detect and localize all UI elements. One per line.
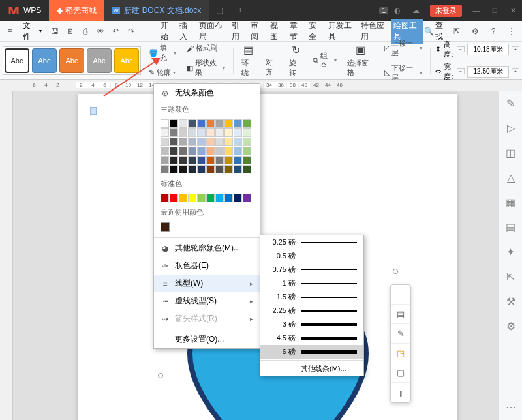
color-swatch[interactable] bbox=[197, 194, 206, 202]
weight-option[interactable]: 1.5 磅 bbox=[260, 290, 363, 304]
menu-hamburger-icon[interactable]: ≡ bbox=[3, 23, 16, 39]
sb-settings-icon[interactable]: ⚙ bbox=[504, 320, 517, 333]
save-icon[interactable]: 🖫 bbox=[48, 23, 62, 39]
color-swatch[interactable] bbox=[197, 165, 206, 173]
weight-option[interactable]: 4.5 磅 bbox=[260, 331, 363, 345]
color-swatch[interactable] bbox=[197, 147, 206, 155]
align-button[interactable]: ⫞对齐 bbox=[263, 42, 281, 78]
color-swatch[interactable] bbox=[243, 138, 251, 146]
save-as-icon[interactable]: 🗎 bbox=[63, 23, 77, 39]
wrap-button[interactable]: ▤环绕 bbox=[239, 42, 257, 79]
group-button[interactable]: ⧉组合▾ bbox=[311, 50, 340, 72]
menu-tab[interactable]: 审阅 bbox=[248, 19, 267, 44]
color-swatch[interactable] bbox=[206, 156, 215, 164]
color-swatch[interactable] bbox=[197, 119, 206, 128]
color-swatch[interactable] bbox=[224, 147, 233, 155]
color-swatch[interactable] bbox=[179, 119, 187, 128]
color-swatch[interactable] bbox=[224, 194, 233, 202]
color-swatch[interactable] bbox=[206, 194, 215, 202]
color-swatch[interactable] bbox=[234, 165, 242, 173]
login-button[interactable]: 未登录 bbox=[430, 5, 462, 17]
weight-option[interactable]: 3 磅 bbox=[260, 318, 363, 331]
sb-calendar-icon[interactable]: ▤ bbox=[504, 220, 517, 233]
format-painter-button[interactable]: 🖌格式刷 bbox=[184, 42, 228, 54]
more-icon[interactable]: ⋮ bbox=[504, 23, 519, 39]
menu-tab[interactable]: 开始 bbox=[158, 19, 177, 44]
bring-forward-button[interactable]: ◸上移一层▾ bbox=[382, 37, 424, 59]
menu-tab[interactable]: 插入 bbox=[177, 19, 196, 44]
weight-option[interactable]: 0.5 磅 bbox=[260, 249, 363, 263]
color-swatch[interactable] bbox=[243, 156, 251, 164]
float-edit-icon[interactable]: ✎ bbox=[391, 324, 410, 344]
color-swatch[interactable] bbox=[179, 165, 187, 173]
color-swatch[interactable] bbox=[188, 156, 196, 164]
cloud-icon[interactable]: ☁ bbox=[407, 0, 425, 21]
redo-icon[interactable]: ↷ bbox=[124, 23, 138, 39]
color-swatch[interactable] bbox=[188, 138, 196, 146]
color-swatch[interactable] bbox=[197, 128, 206, 137]
color-swatch[interactable] bbox=[243, 128, 251, 137]
color-swatch[interactable] bbox=[206, 147, 215, 155]
resize-handle-w[interactable] bbox=[158, 373, 163, 378]
float-text-wrap-icon[interactable]: ▤ bbox=[391, 305, 410, 324]
height-decrement[interactable]: − bbox=[457, 46, 465, 52]
line-weight-item[interactable]: ≡ 线型(W) ▸ bbox=[154, 275, 260, 292]
horizontal-ruler[interactable]: 6422468101214161820222426283032343638404… bbox=[0, 80, 522, 91]
color-swatch[interactable] bbox=[234, 156, 242, 164]
weight-option[interactable]: 0.75 磅 bbox=[260, 263, 363, 277]
color-swatch[interactable] bbox=[170, 119, 178, 128]
sb-shape-icon[interactable]: △ bbox=[504, 171, 517, 184]
sb-cursor-icon[interactable]: ▷ bbox=[504, 121, 517, 134]
color-swatch[interactable] bbox=[161, 165, 169, 173]
color-swatch[interactable] bbox=[215, 194, 224, 202]
sb-sparkle-icon[interactable]: ✦ bbox=[504, 245, 517, 258]
color-swatch[interactable] bbox=[170, 128, 178, 137]
resize-handle-ne[interactable] bbox=[393, 269, 398, 274]
skin-icon[interactable]: ◐ bbox=[388, 0, 407, 21]
color-swatch[interactable] bbox=[170, 165, 178, 173]
float-more-icon[interactable]: ⫿ bbox=[391, 383, 410, 402]
color-swatch[interactable] bbox=[224, 156, 233, 164]
color-swatch[interactable] bbox=[243, 194, 251, 202]
more-settings-item[interactable]: 更多设置(O)... bbox=[154, 331, 260, 348]
color-swatch[interactable] bbox=[215, 147, 224, 155]
sb-grid-icon[interactable]: ▦ bbox=[504, 196, 517, 209]
color-swatch[interactable] bbox=[243, 165, 251, 173]
rotate-button[interactable]: ↻旋转 bbox=[286, 42, 305, 79]
color-swatch[interactable] bbox=[188, 194, 196, 202]
color-swatch[interactable] bbox=[170, 147, 178, 155]
minimize-button[interactable]: — bbox=[467, 0, 485, 21]
no-line-item[interactable]: ⊘ 无线条颜色 bbox=[154, 84, 260, 102]
menu-tab[interactable]: 视图 bbox=[268, 19, 286, 44]
menu-search[interactable]: 🔍查找 bbox=[424, 20, 448, 42]
menu-tab[interactable]: 章节 bbox=[287, 19, 306, 44]
color-swatch[interactable] bbox=[179, 156, 187, 164]
color-swatch[interactable] bbox=[161, 119, 169, 128]
recent-color-swatch[interactable] bbox=[161, 222, 170, 232]
dash-style-item[interactable]: ┅ 虚线线型(S) ▸ bbox=[154, 292, 260, 310]
width-input[interactable] bbox=[467, 66, 509, 78]
color-swatch[interactable] bbox=[224, 128, 233, 137]
color-swatch[interactable] bbox=[234, 138, 242, 146]
menu-tab[interactable]: 页面布局 bbox=[196, 19, 228, 44]
color-swatch[interactable] bbox=[215, 165, 224, 173]
more-outline-colors-item[interactable]: ◕ 其他轮廓颜色(M)... bbox=[154, 239, 260, 257]
color-swatch[interactable] bbox=[224, 119, 233, 128]
width-increment[interactable]: + bbox=[512, 68, 519, 74]
color-swatch[interactable] bbox=[170, 138, 178, 146]
color-swatch[interactable] bbox=[215, 138, 224, 146]
color-swatch[interactable] bbox=[234, 147, 242, 155]
sb-pencil-icon[interactable]: ✎ bbox=[504, 97, 517, 110]
color-swatch[interactable] bbox=[234, 128, 242, 137]
menu-file[interactable]: 文件▾ bbox=[18, 20, 46, 42]
float-layer-icon[interactable]: ▢ bbox=[391, 363, 410, 383]
close-button[interactable]: ✕ bbox=[504, 0, 522, 21]
color-swatch[interactable] bbox=[188, 147, 196, 155]
color-swatch[interactable] bbox=[224, 138, 233, 146]
color-swatch[interactable] bbox=[161, 138, 169, 146]
menu-tab[interactable]: 安全 bbox=[306, 19, 325, 44]
color-swatch[interactable] bbox=[179, 147, 187, 155]
color-swatch[interactable] bbox=[206, 128, 215, 137]
color-swatch[interactable] bbox=[161, 156, 169, 164]
color-swatch[interactable] bbox=[224, 165, 233, 173]
